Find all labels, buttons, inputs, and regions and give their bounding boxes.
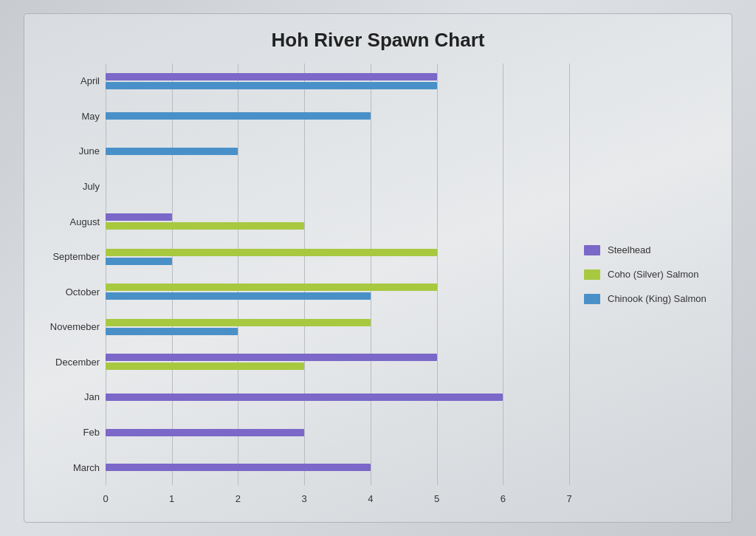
x-label-2: 2 — [236, 493, 241, 504]
bar-track-chinook-5 — [106, 258, 569, 265]
x-label-6: 6 — [501, 493, 506, 504]
bar-chinook-5 — [106, 258, 172, 265]
y-label-june: June — [39, 134, 106, 169]
bar-steelhead-9 — [106, 394, 503, 401]
bar-coho-5 — [106, 249, 437, 256]
bar-track-steelhead-11 — [106, 464, 569, 471]
x-label-5: 5 — [434, 493, 439, 504]
month-row-march — [106, 450, 569, 485]
bar-track-coho-7 — [106, 319, 569, 326]
bar-track-steelhead-0 — [106, 73, 569, 80]
month-row-august — [106, 204, 569, 239]
y-label-march: March — [39, 450, 106, 485]
x-label-3: 3 — [302, 493, 307, 504]
chart-body: AprilMayJuneJulyAugustSeptemberOctoberNo… — [39, 63, 717, 507]
x-label-0: 0 — [103, 493, 108, 504]
bar-track-coho-5 — [106, 249, 569, 256]
legend-item-coho: Coho (Silver) Salmon — [584, 269, 717, 280]
x-label-7: 7 — [566, 493, 571, 504]
month-rows — [106, 63, 569, 485]
legend: Steelhead Coho (Silver) Salmon Chinook (… — [569, 63, 717, 507]
bar-track-steelhead-10 — [106, 429, 569, 436]
bar-chinook-2 — [106, 148, 238, 155]
month-row-june — [106, 134, 569, 169]
bar-track-chinook-7 — [106, 328, 569, 335]
bar-chinook-0 — [106, 82, 437, 89]
y-axis-labels: AprilMayJuneJulyAugustSeptemberOctoberNo… — [39, 63, 106, 507]
month-row-novemeber — [106, 309, 569, 345]
y-label-october: October — [39, 274, 106, 309]
bar-track-chinook-1 — [106, 112, 569, 120]
chart-title: Hoh River Spawn Chart — [39, 29, 717, 52]
bars-and-labels: AprilMayJuneJulyAugustSeptemberOctoberNo… — [39, 63, 569, 507]
legend-label-coho: Coho (Silver) Salmon — [608, 269, 699, 280]
bar-track-chinook-6 — [106, 292, 569, 300]
legend-label-chinook: Chinook (King) Salmon — [608, 293, 707, 304]
y-label-feb: Feb — [39, 415, 106, 450]
month-row-october — [106, 274, 569, 309]
bar-track-steelhead-9 — [106, 394, 569, 401]
bar-coho-4 — [106, 222, 304, 230]
legend-item-steelhead: Steelhead — [584, 244, 717, 255]
legend-item-chinook: Chinook (King) Salmon — [584, 293, 717, 304]
y-label-july: July — [39, 169, 106, 205]
chart-container: Hoh River Spawn Chart AprilMayJuneJulyAu… — [24, 13, 732, 523]
chart-area: AprilMayJuneJulyAugustSeptemberOctoberNo… — [39, 63, 569, 507]
month-row-december — [106, 345, 569, 380]
month-row-april — [106, 63, 569, 99]
bar-steelhead-4 — [106, 213, 172, 221]
bar-chinook-7 — [106, 328, 238, 335]
y-label-novemeber: Novemeber — [39, 309, 106, 345]
legend-swatch-coho — [584, 269, 600, 280]
y-label-april: April — [39, 63, 106, 99]
y-label-september: September — [39, 239, 106, 275]
month-row-jan — [106, 379, 569, 415]
month-row-feb — [106, 415, 569, 450]
month-row-september — [106, 239, 569, 275]
bar-track-steelhead-4 — [106, 213, 569, 221]
bar-track-coho-6 — [106, 284, 569, 291]
x-label-4: 4 — [368, 493, 373, 504]
month-row-may — [106, 99, 569, 134]
bar-steelhead-0 — [106, 73, 437, 80]
y-label-december: December — [39, 345, 106, 380]
bar-chinook-6 — [106, 292, 371, 300]
bar-steelhead-8 — [106, 354, 437, 361]
bar-track-chinook-0 — [106, 82, 569, 89]
legend-swatch-chinook — [584, 294, 600, 304]
x-axis-labels: 01234567 — [106, 485, 569, 507]
bar-steelhead-11 — [106, 464, 371, 471]
y-label-jan: Jan — [39, 379, 106, 415]
bar-track-coho-8 — [106, 363, 569, 370]
grid-and-bars — [106, 63, 569, 485]
plot-area: 01234567 — [106, 63, 569, 507]
bar-chinook-1 — [106, 112, 371, 120]
legend-label-steelhead: Steelhead — [608, 244, 651, 255]
grid-line-7 — [569, 63, 570, 485]
bar-track-chinook-2 — [106, 148, 569, 155]
bar-track-steelhead-8 — [106, 354, 569, 361]
month-row-july — [106, 169, 569, 205]
y-label-may: May — [39, 99, 106, 134]
bar-steelhead-10 — [106, 429, 304, 436]
bar-coho-8 — [106, 363, 304, 370]
bar-track-coho-4 — [106, 222, 569, 230]
bar-coho-7 — [106, 319, 371, 326]
x-label-1: 1 — [169, 493, 174, 504]
y-label-august: August — [39, 204, 106, 239]
bar-coho-6 — [106, 284, 437, 291]
legend-swatch-steelhead — [584, 245, 600, 255]
